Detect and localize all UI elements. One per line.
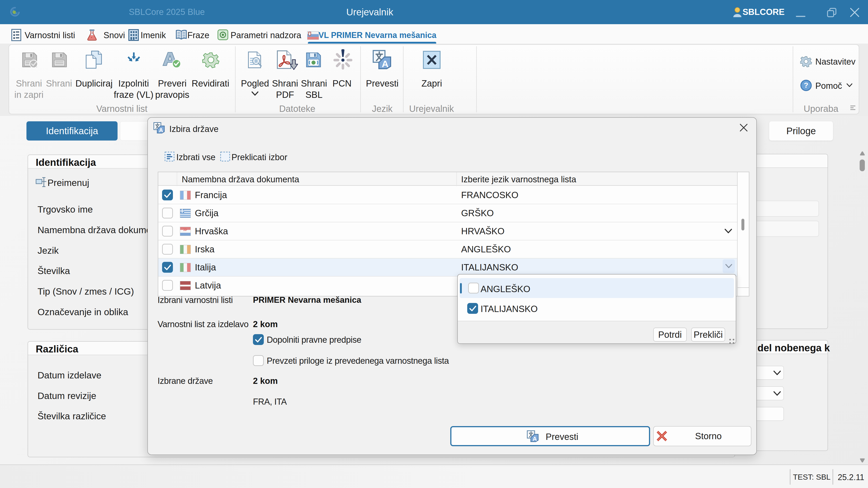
svg-text:A: A [532, 435, 537, 442]
svg-text:A: A [382, 59, 389, 69]
svg-text:?: ? [804, 81, 808, 89]
svg-text:A: A [159, 127, 163, 133]
